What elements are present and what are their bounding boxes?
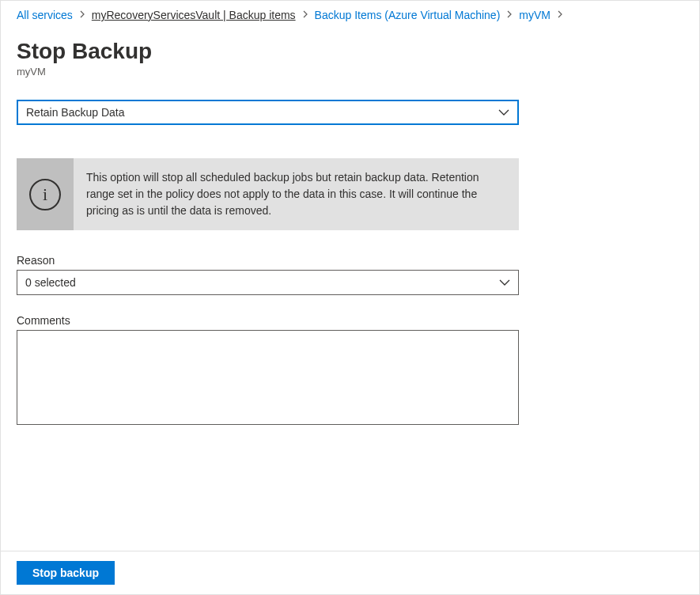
chevron-down-icon xyxy=(499,277,510,288)
chevron-right-icon xyxy=(506,9,513,21)
info-text: This option will stop all scheduled back… xyxy=(74,158,519,230)
info-banner: i This option will stop all scheduled ba… xyxy=(17,158,519,230)
page-subtitle: myVM xyxy=(17,66,683,78)
breadcrumb: All services myRecoveryServicesVault | B… xyxy=(1,1,699,29)
stop-backup-button[interactable]: Stop backup xyxy=(17,561,115,585)
page-title: Stop Backup xyxy=(17,39,683,64)
breadcrumb-all-services[interactable]: All services xyxy=(17,9,73,21)
info-icon: i xyxy=(29,179,61,210)
comments-textarea[interactable] xyxy=(17,330,519,425)
reason-selected: 0 selected xyxy=(25,276,499,289)
breadcrumb-myvm[interactable]: myVM xyxy=(519,9,551,21)
breadcrumb-backup-items-avm[interactable]: Backup Items (Azure Virtual Machine) xyxy=(315,9,501,21)
reason-dropdown[interactable]: 0 selected xyxy=(17,270,519,295)
comments-label: Comments xyxy=(17,314,683,327)
main-content: Stop Backup myVM Retain Backup Data i Th… xyxy=(1,39,699,427)
chevron-right-icon xyxy=(557,9,563,21)
footer: Stop backup xyxy=(1,551,699,594)
chevron-down-icon xyxy=(498,107,509,118)
retention-option-selected: Retain Backup Data xyxy=(26,106,498,119)
breadcrumb-vault-backup-items[interactable]: myRecoveryServicesVault | Backup items xyxy=(92,9,296,21)
chevron-right-icon xyxy=(302,9,308,21)
retention-option-dropdown[interactable]: Retain Backup Data xyxy=(17,100,519,125)
reason-label: Reason xyxy=(17,254,683,267)
chevron-right-icon xyxy=(79,9,85,21)
info-icon-wrap: i xyxy=(17,158,74,230)
